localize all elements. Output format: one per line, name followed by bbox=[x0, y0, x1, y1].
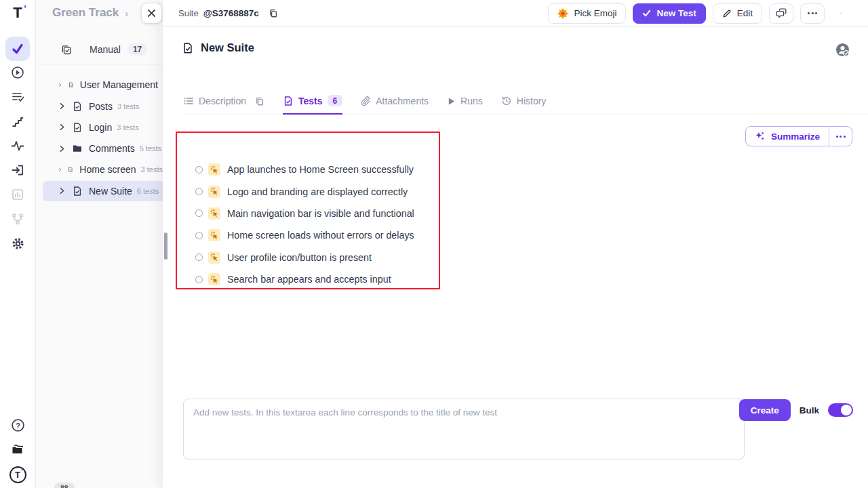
highlight-annotation-box: App launches to Home Screen successfully… bbox=[176, 131, 440, 289]
pencil-icon bbox=[722, 9, 732, 18]
rail-item-account[interactable]: T' bbox=[0, 466, 35, 483]
tab-attachments[interactable]: Attachments bbox=[361, 95, 429, 114]
tree-item-home-screen[interactable]: Home screen 3 tests bbox=[43, 159, 163, 180]
rail-item-settings[interactable] bbox=[0, 237, 35, 251]
file-check-icon bbox=[68, 164, 73, 175]
help-icon: ? bbox=[11, 418, 25, 432]
test-row[interactable]: Search bar appears and accepts input bbox=[177, 268, 439, 290]
check-icon bbox=[642, 9, 651, 18]
panel-close-button[interactable] bbox=[142, 3, 161, 23]
copy-id-icon[interactable] bbox=[268, 8, 278, 18]
edit-button[interactable]: Edit bbox=[713, 3, 762, 24]
test-row[interactable]: App launches to Home Screen successfully bbox=[177, 159, 439, 180]
file-check-icon bbox=[283, 96, 294, 106]
summarize-more-button[interactable] bbox=[829, 127, 852, 146]
app-logo[interactable]: T' bbox=[0, 4, 35, 22]
three-dots-icon bbox=[836, 136, 846, 138]
tree-view-tabs: Manual 17 Automated bbox=[36, 35, 163, 64]
test-select-circle[interactable] bbox=[195, 276, 203, 283]
chevron-right-icon[interactable] bbox=[58, 145, 66, 152]
tests-count-badge: 6 bbox=[328, 95, 343, 106]
git-branch-icon bbox=[11, 212, 24, 226]
tab-runs[interactable]: Runs bbox=[447, 95, 483, 114]
chevron-right-icon[interactable] bbox=[58, 187, 66, 195]
test-select-circle[interactable] bbox=[195, 188, 203, 195]
manual-count-badge: 17 bbox=[127, 43, 147, 56]
rail-item-test-plans[interactable] bbox=[0, 90, 35, 104]
test-select-circle[interactable] bbox=[195, 253, 203, 261]
more-actions-button[interactable] bbox=[800, 3, 825, 24]
detail-tabs: Description Tests 6 Attachments Runs His… bbox=[183, 95, 868, 115]
three-dots-icon bbox=[808, 12, 817, 14]
test-row[interactable]: User profile icon/button is present bbox=[177, 247, 439, 268]
cursor-click-emoji-icon bbox=[208, 186, 220, 198]
test-select-circle[interactable] bbox=[195, 232, 203, 239]
rail-item-tests[interactable] bbox=[0, 37, 35, 61]
rail-item-steps[interactable] bbox=[0, 115, 35, 128]
page-title: New Suite bbox=[201, 41, 254, 54]
entity-id: @S3768887c bbox=[203, 8, 259, 18]
rail-item-analytics[interactable] bbox=[0, 139, 35, 152]
tree-scrollbar-thumb[interactable] bbox=[164, 232, 167, 260]
tree-item-new-suite[interactable]: New Suite 6 tests bbox=[43, 181, 163, 201]
rail-item-branches[interactable] bbox=[0, 212, 35, 226]
steps-icon bbox=[11, 115, 24, 128]
overlay-count-badge: 88 bbox=[54, 483, 75, 488]
test-select-circle[interactable] bbox=[195, 166, 203, 174]
breadcrumb-chevron-icon: › bbox=[125, 7, 128, 19]
chevron-right-icon[interactable] bbox=[58, 102, 66, 110]
comments-button[interactable] bbox=[769, 3, 793, 24]
test-row[interactable]: Home screen loads without errors or dela… bbox=[177, 224, 439, 246]
svg-text:?: ? bbox=[16, 422, 20, 430]
sparkles-ai-icon bbox=[755, 131, 766, 142]
rail-item-pulls[interactable] bbox=[0, 163, 35, 177]
play-icon bbox=[447, 97, 456, 106]
rail-item-projects[interactable] bbox=[0, 443, 35, 456]
pick-emoji-button[interactable]: Pick Emoji bbox=[548, 3, 626, 24]
test-select-circle[interactable] bbox=[195, 209, 203, 217]
summarize-button[interactable]: Summarize bbox=[746, 127, 829, 146]
bulk-label: Bulk bbox=[800, 405, 819, 415]
cursor-click-emoji-icon bbox=[208, 229, 220, 241]
tab-history[interactable]: History bbox=[501, 95, 547, 114]
rail-item-reports[interactable] bbox=[0, 188, 35, 201]
detail-topbar: Suite @S3768887c Pick Emoji New Test Edi… bbox=[163, 0, 868, 27]
breadcrumb[interactable]: Green Track › bbox=[52, 6, 128, 20]
play-circle-icon bbox=[11, 66, 24, 79]
tree-item-user-management[interactable]: User Management bbox=[43, 75, 163, 95]
create-button[interactable]: Create bbox=[739, 399, 791, 421]
app-rail: T' ? T' bbox=[0, 0, 36, 488]
chevron-right-icon[interactable] bbox=[58, 81, 62, 89]
close-icon bbox=[147, 9, 156, 18]
list-check-icon bbox=[11, 90, 24, 104]
tab-manual[interactable]: Manual bbox=[90, 44, 121, 55]
pulse-icon bbox=[11, 139, 24, 152]
test-row[interactable]: Logo and branding are displayed correctl… bbox=[177, 180, 439, 202]
new-test-button[interactable]: New Test bbox=[633, 3, 705, 24]
close-detail-button[interactable] bbox=[831, 3, 850, 24]
gear-icon bbox=[11, 237, 25, 251]
rail-item-help[interactable]: ? bbox=[0, 418, 35, 432]
test-row[interactable]: Main navigation bar is visible and funct… bbox=[177, 203, 439, 224]
sign-in-icon bbox=[11, 163, 24, 177]
testomatio-logo-icon: T' bbox=[13, 4, 22, 22]
tab-description[interactable]: Description bbox=[183, 95, 264, 114]
tree-item-posts[interactable]: Posts 3 tests bbox=[43, 96, 163, 117]
tab-tests[interactable]: Tests 6 bbox=[283, 95, 342, 115]
assignee-avatar[interactable] bbox=[835, 42, 851, 58]
chevron-right-icon[interactable] bbox=[58, 123, 66, 131]
new-tests-textarea[interactable] bbox=[183, 399, 745, 460]
file-check-icon bbox=[72, 122, 83, 133]
copy-check-icon[interactable] bbox=[60, 44, 72, 56]
tree-item-login[interactable]: Login 3 tests bbox=[43, 117, 163, 138]
rail-item-runs[interactable] bbox=[0, 66, 35, 79]
file-check-icon bbox=[182, 42, 194, 54]
entity-ref: Suite @S3768887c bbox=[178, 8, 278, 18]
tree-item-comments[interactable]: Comments 5 tests bbox=[43, 138, 163, 159]
history-clock-icon bbox=[501, 96, 512, 106]
copy-description-icon[interactable] bbox=[254, 96, 264, 106]
cursor-click-emoji-icon bbox=[208, 251, 220, 264]
chevron-right-icon[interactable] bbox=[58, 166, 62, 174]
bulk-toggle[interactable] bbox=[828, 403, 853, 417]
close-icon bbox=[840, 8, 842, 18]
